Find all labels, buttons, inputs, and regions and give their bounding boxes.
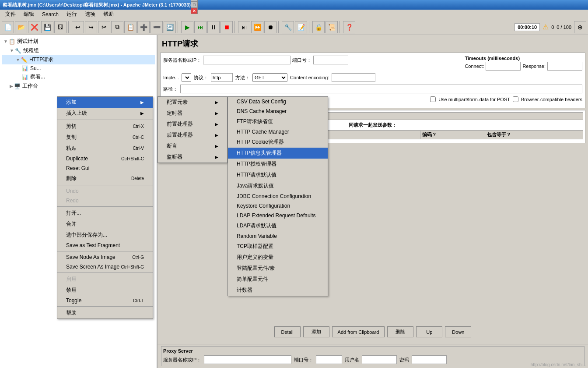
sub2-counter[interactable]: 计数器 xyxy=(228,285,328,296)
sub1-pre-processor[interactable]: 前置处理器 ▶ xyxy=(158,119,227,130)
stop-button[interactable]: ⏹ xyxy=(220,21,233,33)
sub2-http-auth[interactable]: HTTP授权管理器 xyxy=(228,159,328,170)
ctx-reset-gui[interactable]: Reset Gui xyxy=(57,163,153,173)
clear-button[interactable]: 🔄 xyxy=(164,21,176,33)
sub2-tcp[interactable]: TCP取样器配置 xyxy=(228,241,328,252)
function-helper-button[interactable]: 🔧 xyxy=(282,21,294,33)
ctx-help[interactable]: 帮助 xyxy=(57,308,153,318)
sub2-http-cookie[interactable]: HTTP Cookie管理器 xyxy=(228,137,328,148)
ctx-insert-parent[interactable]: 插入上级 ▶ xyxy=(57,108,153,119)
menu-item-运行[interactable]: 运行 xyxy=(63,10,80,19)
content-encoding-input[interactable] xyxy=(332,73,375,82)
cut-button[interactable]: ✂ xyxy=(98,21,110,33)
sub2-http-header[interactable]: HTTP信息头管理器 xyxy=(228,148,328,159)
menu-item-编辑[interactable]: 编辑 xyxy=(20,10,38,19)
sub1-timer[interactable]: 定时器 ▶ xyxy=(158,108,227,119)
run-button[interactable]: ▶ xyxy=(181,21,193,33)
ctx-duplicate[interactable]: Duplicate Ctrl+Shift-C xyxy=(57,154,153,163)
tree-node-workbench[interactable]: ▶ 🖥️ 工作台 xyxy=(2,81,155,91)
expand-button[interactable]: ⊕ xyxy=(574,21,586,33)
tree-node-test-plan[interactable]: ▼ 📋 测试计划 xyxy=(2,37,155,46)
sub2-random[interactable]: Random Variable xyxy=(228,231,328,241)
sub2-dns[interactable]: DNS Cache Manager xyxy=(228,106,328,116)
sub1-config[interactable]: 配置元素 ▶ xyxy=(158,97,227,108)
server-input[interactable] xyxy=(203,56,290,64)
sub2-java-defaults[interactable]: Java请求默认值 xyxy=(228,180,328,191)
proxy-server-input[interactable] xyxy=(204,355,291,364)
sub2-jdbc[interactable]: JDBC Connection Configuration xyxy=(228,191,328,201)
tree-node-view-results[interactable]: 📊 察看... xyxy=(2,72,155,81)
method-select[interactable]: GET POST PUT DELETE xyxy=(252,73,287,82)
tree-node-summary[interactable]: 📊 Su... xyxy=(2,64,155,72)
browser-checkbox[interactable] xyxy=(513,96,518,102)
close-button[interactable]: ❌ xyxy=(28,21,40,33)
multipart-checkbox[interactable] xyxy=(430,96,436,102)
save-as-button[interactable]: 🖫 xyxy=(54,21,66,33)
connect-input[interactable] xyxy=(486,62,521,71)
save-button[interactable]: 💾 xyxy=(41,21,53,33)
add-button[interactable]: ➕ xyxy=(137,21,150,33)
sub1-post-processor[interactable]: 后置处理器 ▶ xyxy=(158,130,227,141)
sub2-csv[interactable]: CSV Data Set Config xyxy=(228,97,328,106)
close-button[interactable]: ✕ xyxy=(191,8,198,14)
path-input[interactable] xyxy=(180,85,582,93)
sub2-user-vars[interactable]: 用户定义的变量 xyxy=(228,252,328,263)
remove-button[interactable]: ➖ xyxy=(150,21,163,33)
paste-button[interactable]: 📋 xyxy=(124,21,136,33)
add-button-bottom[interactable]: 添加 xyxy=(303,326,329,337)
pause-button[interactable]: ⏸ xyxy=(207,21,220,33)
ctx-save-screen-image[interactable]: Save Screen As Image Ctrl+Shift-G xyxy=(57,262,153,272)
copy-button[interactable]: ⧉ xyxy=(111,21,123,33)
impl-select[interactable] xyxy=(182,73,191,82)
ctx-cut[interactable]: 剪切 Ctrl-X xyxy=(57,121,153,132)
help-button[interactable]: ❓ xyxy=(343,21,355,33)
down-button[interactable]: Down xyxy=(445,326,471,337)
run-no-pause-button[interactable]: ⏭ xyxy=(194,21,206,33)
template-button[interactable]: 📝 xyxy=(295,21,307,33)
ctx-copy[interactable]: 复制 Ctrl-C xyxy=(57,132,153,143)
tree-node-http-request[interactable]: ▼ ✏️ HTTP请求 xyxy=(2,55,155,64)
detail-button[interactable]: Detail xyxy=(274,326,301,337)
tree-node-thread-group[interactable]: ▼ 🔧 线程组 xyxy=(2,46,155,55)
sub2-http-defaults[interactable]: HTTP请求默认值 xyxy=(228,170,328,180)
proxy-password-input[interactable] xyxy=(412,355,447,364)
open-button[interactable]: 📂 xyxy=(15,21,27,33)
ctx-save-node-image[interactable]: Save Node As Image Ctrl-G xyxy=(57,252,153,262)
delete-button-bottom[interactable]: 删除 xyxy=(387,326,413,337)
protocol-input[interactable] xyxy=(211,73,233,82)
sub2-ldap[interactable]: LDAP请求默认值 xyxy=(228,220,328,231)
response-input[interactable] xyxy=(547,62,582,71)
menu-item-文件[interactable]: 文件 xyxy=(2,10,19,19)
sub2-keystore[interactable]: Keystore Configuration xyxy=(228,201,328,211)
maximize-button[interactable]: □ xyxy=(191,2,198,8)
ctx-disable[interactable]: 禁用 xyxy=(57,285,153,296)
proxy-port-input[interactable] xyxy=(316,355,342,364)
remote-run-button[interactable]: ⏯ xyxy=(238,21,250,33)
add-from-clipboard-button[interactable]: Add from Clipboard xyxy=(332,326,385,337)
menu-item-帮助[interactable]: 帮助 xyxy=(100,10,117,19)
sub2-ftp[interactable]: FTP请求缺省值 xyxy=(228,116,328,127)
port-input[interactable] xyxy=(313,56,348,64)
proxy-username-input[interactable] xyxy=(362,355,397,364)
new-button[interactable]: 📄 xyxy=(2,21,14,33)
sub1-listener[interactable]: 监听器 ▶ xyxy=(158,152,227,163)
undo-button[interactable]: ↩ xyxy=(72,21,84,33)
sub2-login[interactable]: 登陆配置元件/素 xyxy=(228,263,328,274)
ctx-save-selected[interactable]: 选中部分保存为... xyxy=(57,230,153,241)
ctx-delete[interactable]: 删除 Delete xyxy=(57,173,153,184)
remote-stop-button[interactable]: ⏺ xyxy=(264,21,276,33)
ctx-toggle[interactable]: Toggle Ctrl-T xyxy=(57,296,153,305)
menu-item-选项[interactable]: 选项 xyxy=(81,10,99,19)
sub2-simple[interactable]: 简单配置元件 xyxy=(228,274,328,285)
ctx-add[interactable]: 添加 ▶ xyxy=(57,97,153,108)
remote-run-all-button[interactable]: ⏩ xyxy=(251,21,263,33)
log-viewer-button[interactable]: 📜 xyxy=(326,21,338,33)
sub2-ldap-ext[interactable]: LDAP Extended Request Defaults xyxy=(228,211,328,220)
sub1-assertion[interactable]: 断言 ▶ xyxy=(158,141,227,152)
ctx-open[interactable]: 打开... xyxy=(57,208,153,219)
ssl-manager-button[interactable]: 🔒 xyxy=(312,21,325,33)
redo-button[interactable]: ↪ xyxy=(85,21,97,33)
menu-item-Search[interactable]: Search xyxy=(38,11,62,18)
sub2-http-cache[interactable]: HTTP Cache Manager xyxy=(228,127,328,137)
up-button[interactable]: Up xyxy=(416,326,442,337)
